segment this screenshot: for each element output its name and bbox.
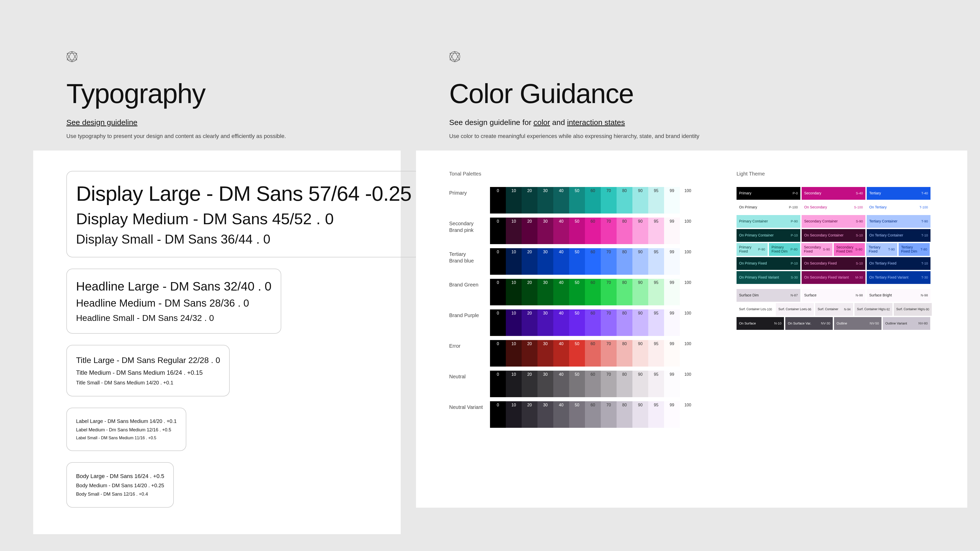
swatch: 40 — [553, 371, 569, 397]
swatch-strip: 01020304050607080909599100 — [490, 371, 696, 397]
label-small-spec: Label Small - DM Sans Medium 11/16 . +0.… — [76, 436, 177, 440]
palette-row: Neutral Variant0102030405060708090959910… — [449, 401, 696, 428]
swatch: 95 — [648, 248, 664, 275]
display-large-spec: Display Large - DM Sans 57/64 -0.25 — [76, 182, 411, 206]
swatch: 0 — [490, 371, 506, 397]
theme-cell: Primary FixedP-90 — [737, 243, 768, 256]
swatch: 100 — [680, 340, 696, 367]
swatch: 30 — [538, 340, 553, 367]
palette-row: Brand Purple01020304050607080909599100 — [449, 310, 696, 336]
theme-cell: On Secondary FixedS-10 — [802, 257, 865, 270]
theme-cell: On SecondaryS-100 — [802, 201, 865, 214]
interaction-states-link[interactable]: interaction states — [567, 118, 625, 127]
swatch: 95 — [648, 310, 664, 336]
body-large-spec: Body Large - DM Sans 16/24 . +0.5 — [76, 473, 164, 480]
swatch: 60 — [585, 218, 601, 244]
tonal-palettes-label: Tonal Palettes — [449, 171, 696, 177]
swatch: 20 — [522, 187, 538, 213]
swatch-strip: 01020304050607080909599100 — [490, 187, 696, 213]
swatch: 100 — [680, 248, 696, 275]
swatch-strip: 01020304050607080909599100 — [490, 401, 696, 428]
theme-cell: On Tertiary Fixed VariantT-30 — [867, 271, 931, 284]
swatch: 70 — [601, 248, 617, 275]
body-small-spec: Body Small - DM Sans 12/16 . +0.4 — [76, 492, 164, 497]
material-logo-icon — [449, 51, 460, 62]
palette-label: Brand Green — [449, 279, 490, 288]
material-logo-icon — [66, 51, 78, 62]
theme-cell: TertiaryT-40 — [867, 187, 931, 200]
swatch: 40 — [553, 401, 569, 428]
label-medium-spec: Label Medium - Dm Sans Medium 12/16 . +0… — [76, 427, 177, 433]
swatch: 80 — [617, 310, 632, 336]
light-theme-label: Light Theme — [737, 171, 932, 177]
color-link[interactable]: color — [533, 118, 550, 127]
theme-cell: On TertiaryT-100 — [867, 201, 931, 214]
palette-row: Error01020304050607080909599100 — [449, 340, 696, 367]
swatch: 0 — [490, 401, 506, 428]
swatch: 95 — [648, 340, 664, 367]
body-medium-spec: Body Medium - DM Sans 14/20 . +0.25 — [76, 483, 164, 489]
theme-cell: Tertiary ContainerT-90 — [867, 215, 931, 228]
swatch: 30 — [538, 401, 553, 428]
swatch: 10 — [506, 279, 522, 305]
palette-label: Error — [449, 340, 490, 349]
swatch: 10 — [506, 187, 522, 213]
swatch: 80 — [617, 371, 632, 397]
theme-cell: On Tertiary ContainerT-10 — [867, 229, 931, 242]
palette-row: Secondary Brand pink01020304050607080909… — [449, 218, 696, 244]
headline-medium-spec: Headline Medium - DM Sans 28/36 . 0 — [76, 297, 272, 309]
theme-cell: On Primary ContainerP-10 — [737, 229, 800, 242]
surface-cell: Surf. Container LowN-96 — [776, 303, 814, 316]
swatch: 0 — [490, 248, 506, 275]
swatch: 60 — [585, 401, 601, 428]
swatch: 40 — [553, 279, 569, 305]
swatch: 70 — [601, 310, 617, 336]
swatch: 60 — [585, 187, 601, 213]
sub-and: and — [550, 118, 567, 127]
palette-label: Primary — [449, 187, 490, 196]
swatch: 40 — [553, 187, 569, 213]
swatch: 20 — [522, 248, 538, 275]
swatch: 30 — [538, 279, 553, 305]
svg-point-0 — [67, 52, 77, 62]
theme-cell: SecondaryS-40 — [802, 187, 865, 200]
swatch: 60 — [585, 310, 601, 336]
swatch: 0 — [490, 340, 506, 367]
swatch: 90 — [632, 248, 648, 275]
palette-label: Brand Purple — [449, 310, 490, 319]
swatch: 70 — [601, 279, 617, 305]
swatch: 100 — [680, 187, 696, 213]
swatch: 90 — [632, 218, 648, 244]
swatch: 95 — [648, 187, 664, 213]
swatch: 50 — [569, 401, 585, 428]
guideline-link[interactable]: See design guideline — [66, 118, 138, 127]
swatch: 80 — [617, 401, 632, 428]
swatch: 90 — [632, 401, 648, 428]
swatch: 30 — [538, 371, 553, 397]
swatch: 100 — [680, 310, 696, 336]
display-card: Display Large - DM Sans 57/64 -0.25 Disp… — [66, 171, 421, 257]
swatch: 90 — [632, 371, 648, 397]
swatch: 40 — [553, 218, 569, 244]
swatch: 70 — [601, 340, 617, 367]
palette-row: Brand Green01020304050607080909599100 — [449, 279, 696, 305]
swatch: 0 — [490, 187, 506, 213]
palette-row: Tertiary Brand blue010203040506070809095… — [449, 248, 696, 275]
swatch: 99 — [664, 218, 680, 244]
surface-cell: Surf. Container LowestN-100 — [737, 303, 775, 316]
surface-cell: OutlineNV-50 — [834, 317, 881, 330]
typography-sub: Use typography to present your design an… — [66, 132, 368, 140]
swatch: 10 — [506, 401, 522, 428]
swatch: 99 — [664, 248, 680, 275]
surface-cell: SurfaceN-98 — [802, 289, 865, 302]
title-medium-spec: Title Medium - DM Sans Medium 16/24 . +0… — [76, 369, 220, 376]
swatch: 70 — [601, 187, 617, 213]
swatch-strip: 01020304050607080909599100 — [490, 248, 696, 275]
color-page: Color Guidance See design guideline for … — [416, 21, 967, 534]
page-title: Color Guidance — [449, 78, 934, 110]
swatch: 99 — [664, 340, 680, 367]
headline-card: Headline Large - DM Sans 32/40 . 0 Headl… — [66, 268, 281, 333]
swatch: 60 — [585, 371, 601, 397]
swatch: 70 — [601, 218, 617, 244]
swatch: 20 — [522, 371, 538, 397]
